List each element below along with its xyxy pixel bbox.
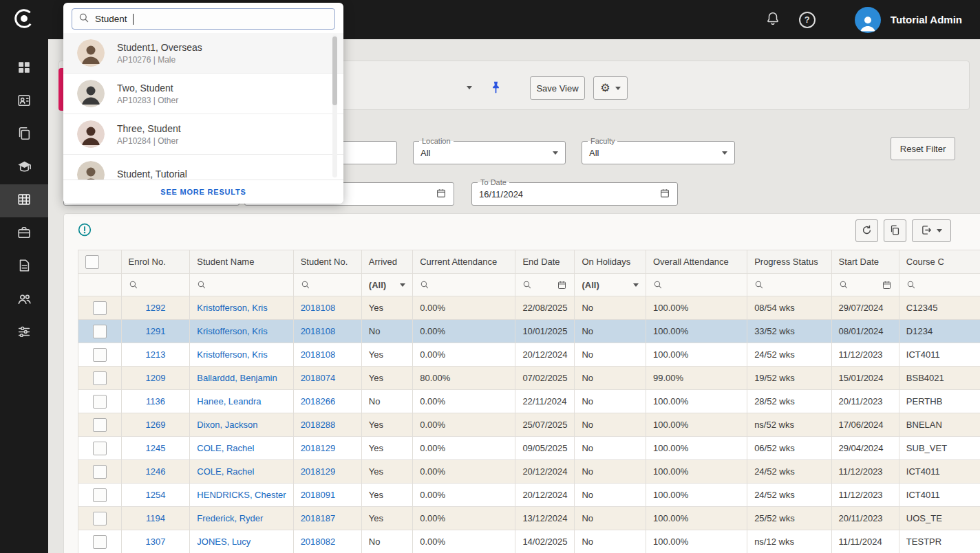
cell-student_no[interactable]: 2018129 bbox=[293, 437, 361, 460]
to-date-field[interactable]: To Date 16/11/2024 bbox=[471, 182, 678, 206]
column-filter-end_date[interactable] bbox=[515, 274, 575, 296]
help-button[interactable]: ? bbox=[798, 11, 816, 29]
sidebar-item-documents[interactable] bbox=[0, 118, 48, 151]
column-header-current_attendance[interactable]: Current Attendance bbox=[413, 250, 515, 274]
cell-enrol[interactable]: 1245 bbox=[121, 437, 190, 460]
column-filter-start_date[interactable] bbox=[831, 274, 899, 296]
column-header-course[interactable]: Course C bbox=[899, 250, 980, 274]
cell-student_no[interactable]: 2018108 bbox=[293, 296, 361, 320]
see-more-results-link[interactable]: SEE MORE RESULTS bbox=[63, 180, 343, 204]
cell-enrol[interactable]: 1291 bbox=[121, 320, 190, 343]
cell-enrol[interactable]: 1246 bbox=[121, 460, 190, 484]
cell-enrol[interactable]: 1307 bbox=[121, 530, 190, 553]
sidebar-item-dashboard[interactable] bbox=[0, 52, 48, 85]
row-checkbox[interactable] bbox=[93, 301, 107, 315]
column-header-start_date[interactable]: Start Date bbox=[831, 250, 899, 274]
cell-student_no[interactable]: 2018082 bbox=[293, 530, 361, 553]
row-checkbox[interactable] bbox=[93, 348, 107, 362]
column-header-student_no[interactable]: Student No. bbox=[293, 250, 361, 274]
column-filter-progress_status[interactable] bbox=[747, 274, 831, 296]
column-filter-student_no[interactable] bbox=[293, 274, 361, 296]
row-checkbox[interactable] bbox=[93, 442, 107, 455]
row-checkbox[interactable] bbox=[93, 465, 107, 479]
view-select-caret[interactable] bbox=[467, 86, 472, 89]
row-checkbox[interactable] bbox=[93, 535, 107, 549]
scrollbar-thumb[interactable] bbox=[332, 36, 337, 105]
column-filter-current_attendance[interactable] bbox=[413, 274, 515, 296]
cell-name[interactable]: Kristofferson, Kris bbox=[190, 296, 293, 320]
table-row[interactable]: 1254HENDRICKS, Chester2018091Yes0.00%20/… bbox=[78, 484, 980, 507]
cell-student_no[interactable]: 2018187 bbox=[293, 507, 361, 530]
search-result-item[interactable]: Three, StudentAP10284 | Other bbox=[63, 114, 343, 155]
row-checkbox[interactable] bbox=[93, 418, 107, 432]
sidebar-item-users[interactable] bbox=[0, 283, 48, 316]
cell-student_no[interactable]: 2018074 bbox=[293, 367, 361, 390]
cell-student_no[interactable]: 2018108 bbox=[293, 320, 361, 343]
cell-student_no[interactable]: 2018129 bbox=[293, 460, 361, 484]
column-header-end_date[interactable]: End Date bbox=[515, 250, 575, 274]
sidebar-item-invoice[interactable] bbox=[0, 250, 48, 283]
cell-student_no[interactable]: 2018288 bbox=[293, 413, 361, 437]
table-row[interactable]: 1269Dixon, Jackson2018288Yes0.00%25/07/2… bbox=[78, 413, 980, 437]
column-filter-arrived[interactable]: (All) bbox=[361, 274, 412, 296]
select-all-checkbox[interactable] bbox=[85, 255, 99, 269]
cell-name[interactable]: HENDRICKS, Chester bbox=[190, 484, 293, 507]
cell-enrol[interactable]: 1213 bbox=[121, 343, 190, 367]
cell-enrol[interactable]: 1292 bbox=[121, 296, 190, 320]
table-row[interactable]: 1213Kristofferson, Kris2018108Yes0.00%20… bbox=[78, 343, 980, 367]
table-row[interactable]: 1194Frederick, Ryder2018187Yes0.00%13/12… bbox=[78, 507, 980, 530]
cell-student_no[interactable]: 2018091 bbox=[293, 484, 361, 507]
cell-name[interactable]: JONES, Lucy bbox=[190, 530, 293, 553]
cell-name[interactable]: Kristofferson, Kris bbox=[190, 320, 293, 343]
sidebar-item-sliders[interactable] bbox=[0, 316, 48, 349]
cell-enrol[interactable]: 1269 bbox=[121, 413, 190, 437]
calendar-icon[interactable] bbox=[659, 188, 670, 201]
sidebar-item-courses[interactable] bbox=[0, 151, 48, 184]
table-row[interactable]: 1307JONES, Lucy2018082No0.00%14/02/2025N… bbox=[78, 530, 980, 553]
column-header-enrol[interactable]: Enrol No. bbox=[121, 250, 190, 274]
calendar-icon[interactable] bbox=[436, 188, 447, 201]
table-row[interactable]: 1246COLE, Rachel2018129Yes0.00%20/12/202… bbox=[78, 460, 980, 484]
column-filter-name[interactable] bbox=[190, 274, 293, 296]
table-row[interactable]: 1209Ballarddd, Benjamin2018074Yes80.00%0… bbox=[78, 367, 980, 390]
cell-enrol[interactable]: 1254 bbox=[121, 484, 190, 507]
refresh-button[interactable] bbox=[855, 219, 878, 242]
cell-name[interactable]: Kristofferson, Kris bbox=[190, 343, 293, 367]
info-icon[interactable] bbox=[78, 223, 92, 239]
table-row[interactable]: 1292Kristofferson, Kris2018108Yes0.00%22… bbox=[78, 296, 980, 320]
cell-name[interactable]: Frederick, Ryder bbox=[190, 507, 293, 530]
save-view-button[interactable]: Save View bbox=[530, 76, 585, 100]
app-logo[interactable] bbox=[0, 0, 48, 39]
notifications-button[interactable] bbox=[764, 11, 782, 29]
table-row[interactable]: 1245COLE, Rachel2018129Yes0.00%09/05/202… bbox=[78, 437, 980, 460]
column-filter-on_holidays[interactable]: (All) bbox=[575, 274, 646, 296]
sidebar-item-grid[interactable] bbox=[0, 184, 48, 217]
column-header-name[interactable]: Student Name bbox=[190, 250, 293, 274]
row-checkbox[interactable] bbox=[93, 395, 107, 409]
pin-icon[interactable] bbox=[489, 80, 503, 97]
row-checkbox[interactable] bbox=[93, 512, 107, 525]
search-result-item[interactable]: Two, StudentAP10283 | Other bbox=[63, 74, 343, 114]
view-settings-button[interactable]: ⚙ bbox=[593, 76, 628, 100]
cell-name[interactable]: COLE, Rachel bbox=[190, 437, 293, 460]
column-header-arrived[interactable]: Arrived bbox=[361, 250, 412, 274]
reset-filter-button[interactable]: Reset Filter bbox=[891, 137, 955, 160]
cell-student_no[interactable]: 2018108 bbox=[293, 343, 361, 367]
cell-enrol[interactable]: 1209 bbox=[121, 367, 190, 390]
cell-student_no[interactable]: 2018266 bbox=[293, 390, 361, 413]
row-checkbox[interactable] bbox=[93, 325, 107, 338]
cell-name[interactable]: Dixon, Jackson bbox=[190, 413, 293, 437]
cell-enrol[interactable]: 1194 bbox=[121, 507, 190, 530]
sidebar-item-briefcase[interactable] bbox=[0, 217, 48, 250]
row-checkbox[interactable] bbox=[93, 371, 107, 385]
search-input[interactable]: Student bbox=[72, 8, 335, 30]
column-header-progress_status[interactable]: Progress Status bbox=[747, 250, 831, 274]
cell-name[interactable]: COLE, Rachel bbox=[190, 460, 293, 484]
sidebar-item-contacts[interactable] bbox=[0, 85, 48, 118]
column-filter-enrol[interactable] bbox=[121, 274, 190, 296]
column-header-overall_attendance[interactable]: Overall Attendance bbox=[646, 250, 747, 274]
cell-name[interactable]: Hanee, Leandra bbox=[190, 390, 293, 413]
search-result-item[interactable]: Student, Tutorial bbox=[63, 155, 343, 180]
cell-enrol[interactable]: 1136 bbox=[121, 390, 190, 413]
column-filter-overall_attendance[interactable] bbox=[646, 274, 747, 296]
